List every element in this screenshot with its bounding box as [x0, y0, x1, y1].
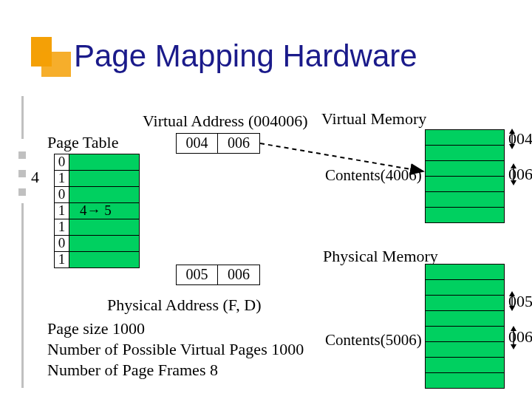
physical-address-label: Physical Address (F, D)	[107, 296, 261, 315]
pa-offset: 006	[218, 265, 259, 284]
physical-address-box: 005 006	[176, 265, 260, 285]
pt-note	[69, 219, 139, 235]
pt-note	[69, 154, 139, 170]
virtual-address-label: Virtual Address (004006)	[143, 112, 308, 131]
virtual-address-box: 004 006	[176, 133, 260, 154]
deco-rect	[41, 52, 71, 77]
pt-bit: 1	[55, 171, 69, 186]
footer-line-3: Number of Page Frames 8	[47, 361, 218, 380]
pt-bit: 0	[55, 154, 69, 170]
va-page: 004	[177, 134, 218, 153]
physical-memory	[425, 264, 505, 389]
page-table-label: Page Table	[47, 133, 118, 152]
page-table: 0 1 0 1 4→ 5 1 0 1	[54, 154, 140, 268]
footer-line-1: Page size 1000	[47, 319, 145, 338]
pt-bit: 0	[55, 187, 69, 202]
pt-note	[69, 187, 139, 202]
pt-note: 4→ 5	[69, 203, 139, 219]
pt-bit: 1	[55, 219, 69, 235]
footer-line-2: Number of Possible Virtual Pages 1000	[47, 340, 304, 359]
pt-note	[69, 252, 139, 267]
left-deco-bar	[18, 96, 26, 392]
pa-frame: 005	[177, 265, 218, 284]
vm-row-label-004: 004	[508, 129, 532, 149]
vm-row-label-006: 006	[508, 165, 532, 184]
pt-note	[69, 171, 139, 186]
pm-row-label-005: 005	[508, 292, 532, 311]
pm-contents-label: Contents(5006)	[325, 331, 422, 349]
physical-memory-label: Physical Memory	[323, 247, 438, 266]
va-offset: 006	[218, 134, 259, 153]
pm-row-label-006: 006	[508, 327, 532, 347]
vm-contents-label: Contents(4006)	[325, 166, 422, 185]
pt-note	[69, 236, 139, 251]
virtual-memory-label: Virtual Memory	[321, 109, 426, 129]
pt-bit: 0	[55, 236, 69, 251]
page-table-index-4: 4	[31, 168, 39, 187]
virtual-memory	[425, 129, 505, 223]
pt-bit: 1	[55, 203, 69, 219]
slide-title: Page Mapping Hardware	[74, 38, 417, 74]
pt-bit: 1	[55, 252, 69, 267]
